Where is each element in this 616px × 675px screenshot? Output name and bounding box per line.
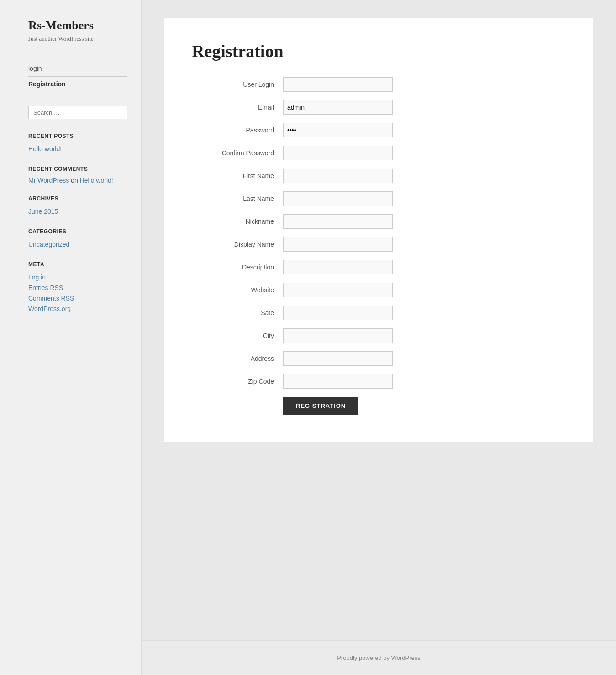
- label-address: Address: [192, 355, 283, 362]
- comment-on-text: on: [71, 177, 79, 184]
- field-row-display-name: Display Name: [192, 237, 566, 252]
- recent-post-link[interactable]: Hello world!: [28, 145, 62, 153]
- meta-link-comments-rss[interactable]: Comments RSS: [28, 295, 74, 302]
- label-confirm-password: Confirm Password: [192, 149, 283, 157]
- input-city[interactable]: [283, 328, 393, 343]
- input-sate[interactable]: [283, 306, 393, 320]
- sidebar: Rs-Members Just another WordPress site l…: [0, 0, 142, 675]
- archives-heading: ARCHIVES: [28, 195, 127, 202]
- input-first-name[interactable]: [283, 169, 393, 183]
- registration-form: User Login Email Password: [192, 77, 566, 415]
- input-email[interactable]: [283, 100, 393, 115]
- field-row-user-login: User Login: [192, 77, 566, 92]
- meta-link-login[interactable]: Log in: [28, 274, 46, 281]
- categories-heading: CATEGORIES: [28, 228, 127, 235]
- field-row-zip-code: Zip Code: [192, 374, 566, 389]
- footer: Proudly powered by WordPress: [142, 640, 616, 675]
- label-last-name: Last Name: [192, 195, 283, 202]
- category-item[interactable]: Uncategorized: [28, 239, 127, 250]
- label-user-login: User Login: [192, 81, 283, 88]
- main-content: Registration User Login Email Password: [142, 0, 616, 640]
- submit-button[interactable]: REGISTRATION: [283, 397, 358, 415]
- recent-comments-section: RECENT COMMENTS Mr WordPress on Hello wo…: [28, 166, 127, 184]
- search-input[interactable]: [28, 106, 127, 119]
- meta-link-wordpress-org[interactable]: WordPress.org: [28, 305, 71, 312]
- meta-item-comments-rss[interactable]: Comments RSS: [28, 293, 127, 304]
- label-email: Email: [192, 104, 283, 111]
- field-row-last-name: Last Name: [192, 191, 566, 206]
- meta-link-entries-rss[interactable]: Entries RSS: [28, 284, 63, 291]
- field-row-first-name: First Name: [192, 169, 566, 183]
- sidebar-nav: login Registration: [28, 61, 127, 92]
- field-row-nickname: Nickname: [192, 214, 566, 229]
- input-address[interactable]: [283, 351, 393, 366]
- input-zip-code[interactable]: [283, 374, 393, 389]
- sidebar-link-registration[interactable]: Registration: [28, 80, 66, 88]
- sidebar-item-registration[interactable]: Registration: [28, 77, 127, 92]
- footer-text: Proudly powered by WordPress: [164, 654, 593, 661]
- archives-section: ARCHIVES June 2015: [28, 195, 127, 217]
- content-card: Registration User Login Email Password: [164, 18, 593, 442]
- recent-post-item[interactable]: Hello world!: [28, 144, 127, 154]
- field-row-email: Email: [192, 100, 566, 115]
- label-display-name: Display Name: [192, 241, 283, 248]
- input-password[interactable]: [283, 123, 393, 137]
- input-last-name[interactable]: [283, 191, 393, 206]
- archive-item[interactable]: June 2015: [28, 206, 127, 217]
- input-display-name[interactable]: [283, 237, 393, 252]
- site-tagline: Just another WordPress site: [28, 35, 127, 42]
- sidebar-item-login[interactable]: login: [28, 61, 127, 77]
- footer-powered-text: Proudly powered by: [337, 654, 391, 661]
- field-row-password: Password: [192, 123, 566, 137]
- field-row-website: Website: [192, 283, 566, 297]
- label-sate: Sate: [192, 309, 283, 316]
- field-row-sate: Sate: [192, 306, 566, 320]
- label-description: Description: [192, 264, 283, 271]
- meta-heading: META: [28, 261, 127, 268]
- field-row-description: Description: [192, 260, 566, 274]
- footer-wordpress-link[interactable]: WordPress: [391, 654, 421, 661]
- label-nickname: Nickname: [192, 218, 283, 225]
- label-password: Password: [192, 127, 283, 134]
- recent-comment-text: Mr WordPress on Hello world!: [28, 177, 127, 184]
- categories-section: CATEGORIES Uncategorized: [28, 228, 127, 250]
- category-link[interactable]: Uncategorized: [28, 241, 69, 248]
- meta-section: META Log in Entries RSS Comments RSS Wor…: [28, 261, 127, 314]
- site-title: Rs-Members: [28, 18, 127, 32]
- input-description[interactable]: [283, 260, 393, 274]
- label-city: City: [192, 332, 283, 339]
- input-user-login[interactable]: [283, 77, 393, 92]
- meta-item-login[interactable]: Log in: [28, 272, 127, 283]
- field-row-city: City: [192, 328, 566, 343]
- search-box: [28, 106, 127, 119]
- input-confirm-password[interactable]: [283, 146, 393, 160]
- page-title: Registration: [192, 41, 566, 61]
- meta-item-wordpress-org[interactable]: WordPress.org: [28, 304, 127, 314]
- label-zip-code: Zip Code: [192, 378, 283, 385]
- meta-item-entries-rss[interactable]: Entries RSS: [28, 283, 127, 293]
- label-first-name: First Name: [192, 172, 283, 179]
- comment-post-link[interactable]: Hello world!: [80, 177, 113, 184]
- recent-comments-heading: RECENT COMMENTS: [28, 166, 127, 172]
- sidebar-link-login[interactable]: login: [28, 65, 42, 72]
- recent-posts-heading: RECENT POSTS: [28, 133, 127, 139]
- label-website: Website: [192, 286, 283, 294]
- archive-link[interactable]: June 2015: [28, 208, 58, 215]
- input-website[interactable]: [283, 283, 393, 297]
- comment-author-link[interactable]: Mr WordPress: [28, 177, 69, 184]
- field-row-confirm-password: Confirm Password: [192, 146, 566, 160]
- recent-posts-section: RECENT POSTS Hello world!: [28, 133, 127, 154]
- field-row-address: Address: [192, 351, 566, 366]
- submit-row: REGISTRATION: [192, 397, 566, 415]
- input-nickname[interactable]: [283, 214, 393, 229]
